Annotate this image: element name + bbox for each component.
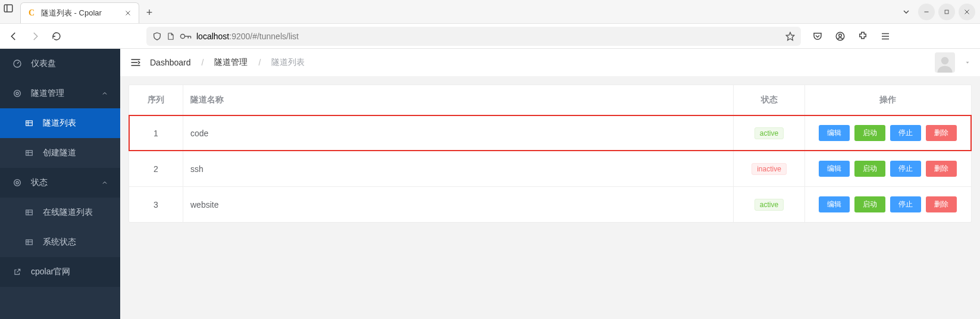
url-text: localhost:9200/#/tunnels/list: [196, 32, 781, 41]
cell-idx: 1: [129, 115, 183, 151]
table-icon: [24, 208, 35, 217]
sidebar-item-label: cpolar官网: [31, 267, 70, 277]
edit-button[interactable]: 编辑: [819, 161, 850, 177]
table-icon: [24, 149, 35, 157]
window-close-button[interactable]: [959, 4, 975, 20]
crumb-tunnel-mgmt[interactable]: 隧道管理: [214, 57, 248, 68]
extensions-icon[interactable]: [854, 28, 871, 45]
permissions-icon[interactable]: [180, 33, 192, 40]
cell-name: code: [183, 115, 733, 151]
browser-toolbar: localhost:9200/#/tunnels/list: [0, 24, 980, 49]
sidebar-item-tunnel-mgmt[interactable]: 隧道管理: [0, 79, 120, 108]
url-bar[interactable]: localhost:9200/#/tunnels/list: [146, 27, 801, 46]
sidebar-item-label: 隧道管理: [31, 88, 64, 99]
sidebar-item-label: 在线隧道列表: [43, 207, 93, 218]
table-header: 序列 隧道名称 状态 操作: [129, 85, 971, 115]
url-host: localhost: [196, 32, 229, 41]
svg-rect-0: [4, 5, 12, 12]
sidebar: 仪表盘 隧道管理 隧道列表 创建隧: [0, 49, 120, 319]
new-tab-button[interactable]: +: [139, 2, 159, 23]
delete-button[interactable]: 删除: [926, 125, 957, 141]
window-maximize-button[interactable]: [938, 4, 955, 20]
svg-rect-5: [945, 10, 948, 14]
chevron-up-icon: [101, 179, 108, 186]
th-status: 状态: [733, 85, 804, 115]
sidebar-item-create-tunnel[interactable]: 创建隧道: [0, 138, 120, 168]
status-badge: active: [754, 199, 784, 211]
th-idx: 序列: [129, 85, 183, 115]
back-button[interactable]: [5, 27, 23, 45]
target-icon: [12, 178, 23, 187]
table-icon: [24, 238, 35, 246]
svg-point-20: [14, 90, 21, 97]
chevron-up-icon: [101, 90, 108, 97]
cell-status: inactive: [733, 151, 804, 186]
start-button[interactable]: 启动: [854, 161, 885, 177]
sidebar-item-label: 系统状态: [43, 237, 76, 248]
svg-point-29: [16, 182, 18, 184]
reload-button[interactable]: [48, 27, 65, 45]
sidebar-item-official-site[interactable]: cpolar官网: [0, 257, 120, 287]
cell-name: ssh: [183, 151, 733, 186]
main: Dashboard / 隧道管理 / 隧道列表 序列 隧道名称 状态: [120, 49, 980, 319]
svg-point-21: [16, 92, 18, 95]
sidebar-item-status[interactable]: 状态: [0, 168, 120, 198]
crumb-dashboard[interactable]: Dashboard: [150, 58, 191, 67]
edit-button[interactable]: 编辑: [819, 196, 850, 212]
cell-status: active: [733, 115, 804, 151]
cell-ops: 编辑启动停止删除: [804, 151, 971, 186]
stop-button[interactable]: 停止: [890, 125, 921, 141]
status-badge: active: [754, 127, 784, 139]
breadcrumb: Dashboard / 隧道管理 / 隧道列表: [120, 49, 980, 76]
cell-name: website: [183, 187, 733, 222]
close-icon[interactable]: [123, 8, 133, 18]
page-icon[interactable]: [167, 32, 175, 40]
browser-tab[interactable]: C 隧道列表 - Cpolar: [20, 2, 139, 23]
sidebar-toggle-icon[interactable]: [0, 0, 17, 17]
sidebar-item-system-status[interactable]: 系统状态: [0, 227, 120, 257]
start-button[interactable]: 启动: [854, 196, 885, 212]
table-row: 2sshinactive编辑启动停止删除: [129, 151, 971, 186]
edit-button[interactable]: 编辑: [819, 125, 850, 141]
sidebar-item-label: 状态: [31, 177, 48, 188]
cell-idx: 3: [129, 187, 183, 222]
start-button[interactable]: 启动: [854, 125, 885, 141]
shield-icon[interactable]: [152, 32, 162, 41]
url-path: :9200/#/tunnels/list: [229, 32, 299, 41]
crumb-current: 隧道列表: [271, 57, 305, 68]
delete-button[interactable]: 删除: [926, 161, 957, 177]
table-row: 1codeactive编辑启动停止删除: [129, 115, 971, 151]
bookmark-icon[interactable]: [785, 32, 795, 41]
external-link-icon: [12, 268, 23, 276]
sidebar-item-tunnel-list[interactable]: 隧道列表: [0, 108, 120, 138]
cell-idx: 2: [129, 151, 183, 186]
collapse-sidebar-icon[interactable]: [130, 57, 142, 68]
stop-button[interactable]: 停止: [890, 161, 921, 177]
sidebar-item-online-list[interactable]: 在线隧道列表: [0, 198, 120, 227]
cell-ops: 编辑启动停止删除: [804, 115, 971, 151]
sidebar-item-label: 隧道列表: [43, 118, 76, 129]
tunnel-table: 序列 隧道名称 状态 操作 1codeactive编辑启动停止删除2sshina…: [129, 85, 972, 223]
app-menu-icon[interactable]: [877, 28, 894, 45]
avatar[interactable]: [935, 52, 955, 73]
account-icon[interactable]: [832, 28, 849, 45]
app: 仪表盘 隧道管理 隧道列表 创建隧: [0, 49, 980, 319]
sidebar-item-dashboard[interactable]: 仪表盘: [0, 49, 120, 79]
svg-line-36: [17, 269, 20, 272]
window-minimize-button[interactable]: [918, 4, 935, 20]
tabs-overflow-icon[interactable]: [898, 4, 915, 20]
content: 序列 隧道名称 状态 操作 1codeactive编辑启动停止删除2sshina…: [120, 76, 980, 231]
tab-favicon: C: [27, 8, 36, 18]
delete-button[interactable]: 删除: [926, 196, 957, 212]
pocket-icon[interactable]: [809, 28, 826, 45]
stop-button[interactable]: 停止: [890, 196, 921, 212]
svg-point-28: [14, 180, 21, 186]
table-icon: [24, 119, 35, 127]
caret-down-icon[interactable]: [965, 60, 970, 65]
sidebar-item-label: 创建隧道: [43, 148, 76, 158]
browser-titlebar: C 隧道列表 - Cpolar +: [0, 0, 980, 24]
sidebar-item-label: 仪表盘: [31, 58, 56, 69]
forward-button[interactable]: [26, 27, 44, 45]
table-row: 3websiteactive编辑启动停止删除: [129, 186, 971, 222]
cell-ops: 编辑启动停止删除: [804, 187, 971, 222]
